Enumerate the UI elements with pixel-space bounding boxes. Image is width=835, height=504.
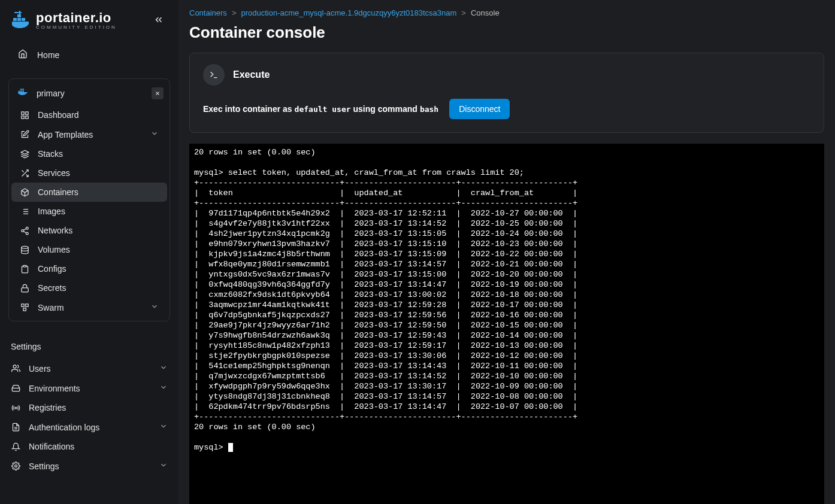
svg-rect-10 (22, 91, 24, 93)
breadcrumb-current: Console (471, 8, 500, 17)
database-icon (20, 245, 29, 254)
list-icon (20, 207, 29, 216)
svg-rect-38 (21, 304, 23, 306)
chevron-down-icon (150, 302, 159, 312)
breadcrumb-containers[interactable]: Containers (189, 8, 227, 17)
settings-item-environments[interactable]: Environments (8, 378, 170, 398)
lock-icon (20, 284, 29, 293)
logo[interactable]: portainer.io COMMUNITY EDITION (11, 10, 117, 30)
sidebar-item-label: Secrets (38, 283, 66, 293)
home-icon (18, 49, 28, 60)
swarm-icon (20, 303, 29, 312)
svg-point-45 (15, 407, 17, 409)
svg-rect-39 (25, 304, 28, 306)
breadcrumb-container-name[interactable]: production-acme_mysql-acme.1.9dgcuzqyy6y… (241, 8, 456, 17)
settings-section: Settings UsersEnvironmentsRegistriesAuth… (0, 336, 179, 476)
execute-title: Execute (233, 69, 270, 80)
chevron-down-icon (159, 383, 168, 393)
svg-rect-36 (23, 265, 26, 267)
hdd-icon (11, 384, 20, 393)
svg-line-34 (23, 229, 26, 230)
svg-point-32 (26, 232, 28, 235)
home-label: Home (37, 50, 59, 60)
users-icon (11, 364, 20, 373)
file-icon (11, 423, 20, 432)
gear-icon (11, 462, 20, 470)
svg-rect-3 (17, 14, 21, 17)
sidebar-item-swarm[interactable]: Swarm (11, 297, 167, 317)
sidebar-item-label: Volumes (38, 245, 70, 254)
clipboard-icon (20, 265, 29, 274)
sidebar-item-services[interactable]: Services (11, 163, 167, 183)
sidebar-item-app-templates[interactable]: App Templates (11, 125, 167, 144)
svg-rect-12 (22, 89, 24, 90)
disconnect-button[interactable]: Disconnect (449, 99, 510, 119)
sidebar-item-configs[interactable]: Configs (11, 259, 167, 278)
grid-icon (20, 111, 29, 120)
exec-user: default user (295, 105, 351, 114)
bell-icon (11, 442, 20, 451)
svg-rect-1 (17, 18, 21, 21)
exec-text-2: using command (353, 104, 418, 114)
settings-item-notifications[interactable]: Notifications (8, 437, 170, 456)
settings-item-label: Settings (29, 462, 59, 471)
svg-rect-40 (23, 308, 26, 311)
svg-rect-16 (25, 111, 28, 114)
sidebar-item-label: Stacks (38, 149, 63, 159)
sidebar-item-containers[interactable]: Containers (11, 183, 167, 202)
brand-name: portainer.io (36, 10, 117, 26)
portainer-logo-icon (11, 10, 31, 30)
chevron-down-icon (159, 363, 168, 374)
sidebar-item-label: Dashboard (38, 110, 79, 120)
share-icon (20, 226, 29, 235)
sidebar-item-networks[interactable]: Networks (11, 221, 167, 240)
chevron-down-icon (150, 129, 159, 139)
sidebar-item-label: Configs (38, 264, 66, 274)
terminal-output[interactable]: 20 rows in set (0.00 sec) mysql> select … (189, 144, 824, 504)
sidebar-item-images[interactable]: Images (11, 202, 167, 221)
svg-line-22 (22, 170, 23, 172)
sidebar-item-volumes[interactable]: Volumes (11, 240, 167, 259)
svg-rect-9 (20, 91, 22, 93)
sidebar-item-dashboard[interactable]: Dashboard (11, 105, 167, 125)
sidebar-item-secrets[interactable]: Secrets (11, 278, 167, 297)
execute-card: Execute Exec into container as default u… (189, 53, 824, 133)
svg-rect-17 (25, 116, 28, 118)
environment-close-button[interactable] (152, 87, 164, 99)
environment-name: primary (37, 89, 65, 98)
settings-item-authentication-logs[interactable]: Authentication logs (8, 417, 170, 437)
settings-item-label: Environments (29, 384, 80, 393)
collapse-sidebar-button[interactable] (150, 11, 168, 29)
docker-icon (17, 87, 29, 99)
settings-item-label: Users (29, 364, 51, 374)
settings-item-settings[interactable]: Settings (8, 456, 170, 476)
svg-rect-18 (21, 116, 23, 118)
svg-marker-19 (21, 150, 29, 154)
settings-item-registries[interactable]: Registries (8, 398, 170, 417)
exec-command: bash (420, 105, 438, 114)
edit-icon (20, 130, 29, 139)
sidebar-item-label: Networks (38, 226, 72, 235)
svg-rect-15 (21, 111, 23, 114)
sidebar-item-stacks[interactable]: Stacks (11, 144, 167, 163)
settings-item-users[interactable]: Users (8, 359, 170, 378)
box-icon (20, 188, 29, 197)
main-content: Containers > production-acme_mysql-acme.… (179, 0, 835, 504)
svg-rect-11 (20, 89, 22, 90)
brand-edition: COMMUNITY EDITION (36, 25, 117, 30)
home-link[interactable]: Home (0, 43, 179, 66)
breadcrumb-sep: > (461, 8, 466, 17)
chevrons-left-icon (153, 14, 164, 25)
breadcrumb-sep: > (232, 8, 237, 17)
layers-icon (20, 150, 29, 159)
svg-point-30 (26, 227, 28, 229)
environment-header: primary (9, 81, 170, 105)
chevron-down-icon (159, 422, 168, 432)
page-title: Container console (179, 20, 835, 53)
svg-point-35 (21, 246, 28, 248)
sidebar-item-label: Services (38, 168, 70, 178)
svg-point-41 (13, 365, 16, 368)
svg-rect-8 (19, 91, 20, 93)
svg-rect-7 (14, 12, 22, 13)
settings-item-label: Notifications (29, 442, 74, 451)
